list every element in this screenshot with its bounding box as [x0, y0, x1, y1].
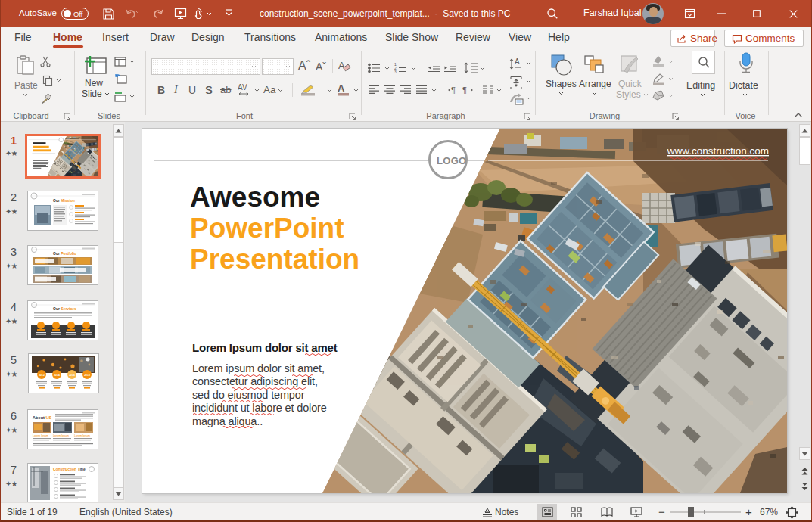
svg-text:¶: ¶ — [451, 85, 456, 95]
svg-text:3: 3 — [394, 70, 397, 73]
svg-text:AV: AV — [238, 83, 247, 92]
svg-text:¶: ¶ — [462, 85, 467, 95]
svg-text:www.construction.com: www.construction.com — [667, 145, 769, 157]
svg-text:A: A — [515, 57, 520, 66]
svg-text:A: A — [338, 82, 345, 94]
